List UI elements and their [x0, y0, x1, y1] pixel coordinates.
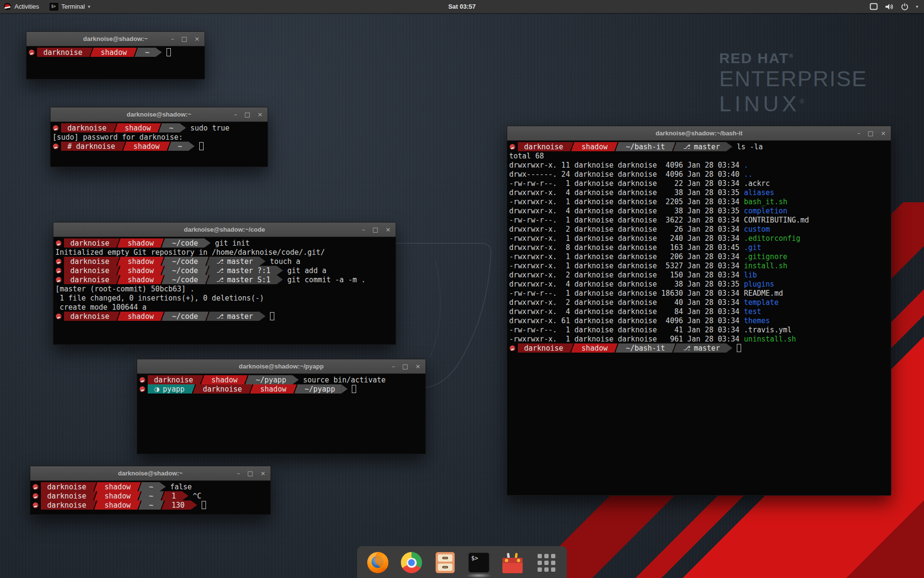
prompt-segment-host: shadow [98, 491, 137, 500]
close-button[interactable]: × [385, 226, 391, 233]
segment-separator [569, 142, 575, 151]
redhat-prompt-icon [33, 493, 38, 499]
terminal-content[interactable]: darknoiseshadow~ [26, 46, 205, 79]
segment-separator [160, 275, 166, 284]
prompt-segment-host: shadow [121, 257, 160, 266]
ls-file-name: template [744, 298, 779, 307]
dock-item-toolbox[interactable] [501, 552, 524, 574]
segment-separator [121, 142, 127, 151]
maximize-button[interactable]: □ [247, 470, 253, 476]
maximize-button[interactable]: □ [244, 111, 250, 118]
minimize-button[interactable]: – [362, 226, 365, 233]
git-branch-icon: ⎇ [217, 313, 224, 320]
system-status-area[interactable]: ▾ [870, 0, 924, 13]
close-button[interactable]: × [415, 363, 421, 369]
terminal-line: darknoiseshadow~/code⎇mastertouch a [55, 257, 396, 266]
segment-separator [116, 257, 121, 266]
terminal-cursor [167, 48, 171, 56]
terminal-line: -rwxrwxr-x. 1 darknoise darknoise 2205 J… [509, 197, 891, 206]
terminal-line: drwxrwxr-x. 11 darknoise darknoise 4096 … [509, 160, 891, 170]
close-button[interactable]: × [881, 130, 886, 136]
prompt-segment-user: darknoise [41, 482, 92, 491]
prompt-segment-git: ⎇master S:1 [210, 275, 277, 284]
ls-row-fields: -rw-rw-r--. 1 darknoise darknoise 18630 … [509, 289, 744, 298]
segment-separator [277, 266, 283, 275]
window-titlebar[interactable]: darknoise@shadow:~ – □ × [30, 466, 270, 481]
terminal-line: drwx------. 24 darknoise darknoise 4096 … [509, 170, 891, 179]
output-text: total 68 [509, 152, 544, 160]
close-button[interactable]: × [260, 470, 266, 476]
prompt-segment-git: ⎇master [210, 257, 259, 266]
terminal-line: darknoiseshadow~ [28, 48, 205, 57]
terminal-content[interactable]: darknoiseshadow~falsedarknoiseshadow~1^C… [30, 481, 270, 514]
segment-separator [248, 384, 254, 394]
segment-separator [191, 384, 197, 394]
maximize-button[interactable]: □ [181, 36, 187, 42]
dock-item-chrome[interactable] [400, 552, 423, 574]
terminal-line: drwxrwxr-x. 8 darknoise darknoise 163 Ja… [509, 243, 891, 252]
ls-file-name: .editorconfig [744, 234, 800, 243]
window-titlebar[interactable]: darknoise@shadow:~/code – □ × [53, 223, 396, 237]
prompt-segment-host: shadow [121, 238, 160, 248]
terminal-window-home-1[interactable]: darknoise@shadow:~ – □ × darknoiseshadow… [26, 31, 205, 79]
terminal-line: darknoiseshadow~/bash-it⎇masterls -la [509, 142, 891, 151]
terminal-window-sudo[interactable]: darknoise@shadow:~ – □ × darknoiseshadow… [50, 107, 268, 167]
maximize-button[interactable]: □ [372, 226, 378, 233]
segment-separator [293, 375, 299, 384]
app-menu[interactable]: $> Terminal ▾ [45, 0, 95, 13]
segment-separator [205, 275, 210, 284]
redhat-prompt-icon [56, 268, 62, 274]
terminal-window-bash-it[interactable]: darknoise@shadow:~/bash-it – □ × darknoi… [507, 126, 891, 496]
dock-item-app-grid[interactable] [535, 552, 557, 574]
close-button[interactable]: × [194, 36, 200, 42]
segment-separator [89, 48, 94, 57]
prompt-segment-user: darknoise [518, 142, 569, 151]
terminal-content[interactable]: darknoiseshadow~/pyappsource bin/activat… [137, 374, 425, 454]
window-titlebar[interactable]: darknoise@shadow:~ – □ × [51, 107, 268, 122]
prompt-segment-git: ⎇master [677, 343, 726, 353]
terminal-cursor [270, 312, 274, 320]
dock-item-firefox[interactable] [367, 552, 389, 574]
ls-row-fields: drwxrwxr-x. 4 darknoise darknoise 38 Jan… [509, 280, 744, 289]
redhat-prompt-icon [29, 50, 35, 55]
files-icon [436, 552, 455, 573]
window-titlebar[interactable]: darknoise@shadow:~ – □ × [26, 32, 205, 46]
close-button[interactable]: × [257, 111, 263, 118]
dock-item-files[interactable] [434, 552, 456, 574]
minimize-button[interactable]: – [857, 130, 860, 136]
ls-file-name: . [744, 161, 748, 170]
terminal-window-home-2[interactable]: darknoise@shadow:~ – □ × darknoiseshadow… [30, 466, 271, 515]
minimize-button[interactable]: – [392, 363, 395, 369]
git-branch-icon: ⎇ [683, 143, 691, 150]
prompt-segment-exit: 130 [166, 500, 191, 510]
terminal-window-code[interactable]: darknoise@shadow:~/code – □ × darknoises… [53, 222, 396, 345]
activities-button[interactable]: Activities [0, 0, 45, 13]
dock-item-terminal[interactable]: $> [468, 552, 490, 574]
command-text: git init [211, 239, 250, 248]
minimize-button[interactable]: – [171, 36, 174, 42]
segment-separator [133, 48, 139, 57]
ls-file-name: bash_it.sh [744, 197, 787, 206]
prompt-segment-exit: 1 [166, 491, 182, 500]
terminal-line: drwxrwxr-x. 2 darknoise darknoise 150 Ja… [509, 270, 891, 279]
window-titlebar[interactable]: darknoise@shadow:~/pyapp – □ × [137, 359, 425, 374]
terminal-line: [master (root-commit) 50bcb63] . [55, 284, 396, 293]
prompt-segment-host: shadow [121, 266, 160, 275]
minimize-button[interactable]: – [234, 111, 237, 118]
window-titlebar[interactable]: darknoise@shadow:~/bash-it – □ × [507, 126, 891, 141]
clock[interactable]: Sat 03:57 [448, 3, 475, 10]
ls-row-fields: -rwxrwxr-x. 1 darknoise darknoise 2205 J… [509, 197, 744, 206]
segment-separator [137, 500, 142, 510]
brand-line3: LINUX® [719, 92, 867, 117]
terminal-content[interactable]: darknoiseshadow~/codegit initInitialized… [53, 237, 396, 344]
terminal-window-pyapp[interactable]: darknoise@shadow:~/pyapp – □ × darknoise… [137, 359, 426, 454]
maximize-button[interactable]: □ [868, 130, 873, 136]
prompt-segment-user: darknoise [518, 343, 569, 353]
terminal-content[interactable]: darknoiseshadow~/bash-it⎇masterls -latot… [507, 141, 891, 495]
maximize-button[interactable]: □ [402, 363, 408, 369]
terminal-content[interactable]: darknoiseshadow~sudo true[sudo] password… [51, 122, 268, 167]
redhat-prompt-icon [510, 144, 515, 150]
window-title: darknoise@shadow:~ [127, 111, 191, 118]
minimize-button[interactable]: – [237, 470, 240, 476]
prompt-segment-path: ~/pyapp [249, 375, 292, 384]
